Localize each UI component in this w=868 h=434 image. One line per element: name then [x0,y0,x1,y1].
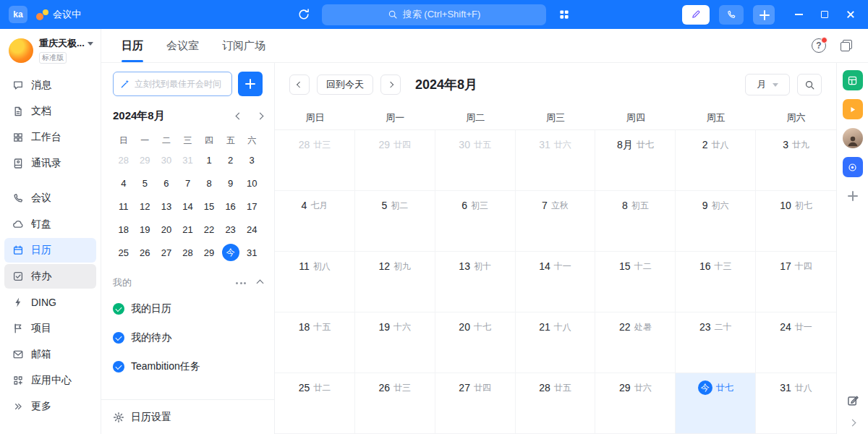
calendar-cell[interactable]: 9初六 [676,191,756,252]
mini-day[interactable]: 28 [113,148,135,171]
mini-day[interactable]: 31 [177,148,199,171]
mini-day[interactable]: 10 [241,171,263,195]
expand-rail-button[interactable] [850,420,855,425]
mini-day[interactable]: 1 [198,148,220,171]
sidebar-item-project[interactable]: 项目 [4,316,96,341]
mini-day[interactable]: 24 [241,218,263,241]
calendar-settings-button[interactable]: 日历设置 [101,399,274,434]
mini-day[interactable]: 15 [198,195,220,218]
calendar-cell[interactable]: 29廿四 [355,130,435,191]
calendar-cell-today[interactable]: 今廿七 [676,373,756,434]
calendar-cell[interactable]: 22处暑 [595,312,676,373]
calendar-cell[interactable]: 29廿六 [595,373,676,434]
calendar-cell[interactable]: 30廿五 [435,130,516,191]
calendar-cell[interactable]: 13初十 [435,252,516,312]
rail-app-sheet[interactable] [843,70,863,90]
mini-day[interactable]: 11 [113,195,135,218]
sidebar-item-appcenter[interactable]: 应用中心 [4,368,96,393]
next-month-button[interactable] [258,114,263,119]
minimize-button[interactable] [790,6,807,23]
tab-calendar[interactable]: 日历 [122,29,143,62]
mini-day[interactable]: 12 [135,195,156,218]
mini-day[interactable]: 18 [113,218,135,241]
calendar-cell[interactable]: 12初九 [355,252,435,312]
calendar-cell[interactable]: 28廿五 [516,373,596,434]
calendar-cell[interactable]: 21十八 [516,312,596,373]
sidebar-item-more[interactable]: 更多 [4,394,96,419]
mini-day[interactable]: 27 [156,241,177,264]
help-button[interactable] [812,38,826,53]
meeting-status-chip[interactable]: 会议中 [36,8,81,21]
sidebar-item-drive[interactable]: 钉盘 [4,212,96,237]
ai-assistant-button[interactable] [682,5,710,25]
mini-day[interactable]: 13 [156,195,177,218]
back-to-today-button[interactable]: 回到今天 [317,75,373,95]
sidebar-item-todo[interactable]: 待办 [4,264,96,289]
calendar-cell[interactable]: 19十六 [355,312,435,373]
next-period-button[interactable] [380,75,401,95]
calendar-cell[interactable]: 11初八 [275,252,355,312]
rail-app-video[interactable] [843,99,863,119]
calendar-cell[interactable]: 5初二 [355,191,435,252]
find-meeting-time-input[interactable] [135,79,225,89]
mini-day[interactable]: 5 [135,171,156,195]
rail-app-teambition[interactable] [843,157,863,177]
mini-day[interactable]: 7 [177,171,199,195]
mini-day[interactable]: 4 [113,171,135,195]
rail-avatar[interactable] [843,128,863,148]
sidebar-item-workbench[interactable]: 工作台 [4,125,96,150]
tab-subscribe-plaza[interactable]: 订阅广场 [222,29,265,62]
mini-day[interactable]: 2 [220,148,242,171]
calendar-cell[interactable]: 15十二 [595,252,676,312]
mini-day[interactable]: 17 [241,195,263,218]
calendar-cell[interactable]: 24廿一 [756,312,836,373]
multi-window-icon[interactable] [841,40,852,51]
sidebar-item-ding[interactable]: DING [4,290,96,315]
mini-day[interactable]: 16 [220,195,242,218]
mini-day[interactable]: 31 [241,241,263,264]
maximize-button[interactable] [816,6,833,23]
mini-day[interactable]: 21 [177,218,199,241]
mini-day[interactable]: 26 [135,241,156,264]
prev-period-button[interactable] [289,75,310,95]
mini-day[interactable]: 14 [177,195,199,218]
calendar-list-item[interactable]: 我的待办 [113,323,263,352]
collapse-section-button[interactable] [258,281,263,286]
close-button[interactable] [842,6,859,23]
compose-icon[interactable] [846,394,859,407]
tab-meeting-rooms[interactable]: 会议室 [166,29,199,62]
calendar-cell[interactable]: 31廿八 [756,373,836,434]
calendar-cell[interactable]: 27廿四 [435,373,516,434]
calendar-cell[interactable]: 14十一 [516,252,596,312]
mini-day[interactable]: 20 [156,218,177,241]
calendar-cell[interactable]: 20十七 [435,312,516,373]
mini-day[interactable]: 6 [156,171,177,195]
mini-day[interactable]: 22 [198,218,220,241]
mini-day[interactable]: 28 [177,241,199,264]
global-search-input[interactable]: 搜索 (Ctrl+Shift+F) [322,4,546,25]
rail-add-button[interactable] [843,186,863,206]
org-switcher[interactable]: 重庆天极... 标准版 [0,29,101,70]
mini-day-today[interactable]: 今 [220,241,242,264]
history-icon[interactable] [297,8,310,21]
sidebar-item-doc[interactable]: 文档 [4,99,96,124]
sidebar-item-calendar[interactable]: 日历 [4,238,96,263]
calendar-cell[interactable]: 26廿三 [355,373,435,434]
calendar-search-button[interactable] [797,74,822,95]
more-options-icon[interactable] [236,282,246,284]
calendar-cell[interactable]: 2廿八 [676,130,756,191]
calendar-cell[interactable]: 23二十 [676,312,756,373]
calendar-list-item[interactable]: 我的日历 [113,294,263,323]
prev-month-button[interactable] [237,114,242,119]
calendar-cell[interactable]: 28廿三 [275,130,355,191]
calendar-cell[interactable]: 18十五 [275,312,355,373]
view-mode-select[interactable]: 月 [745,74,790,95]
calendar-cell[interactable]: 6初三 [435,191,516,252]
calendar-cell[interactable]: 3廿九 [756,130,836,191]
mini-day[interactable]: 25 [113,241,135,264]
calendar-list-item[interactable]: Teambition任务 [113,352,263,381]
mini-day[interactable]: 29 [135,148,156,171]
mini-day[interactable]: 8 [198,171,220,195]
calendar-cell[interactable]: 10初七 [756,191,836,252]
apps-grid-icon[interactable] [558,8,571,21]
